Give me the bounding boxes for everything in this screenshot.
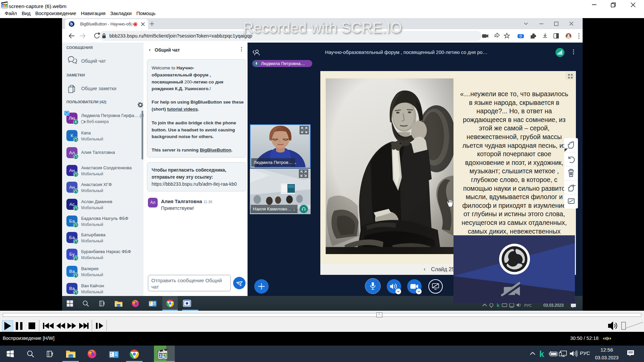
svg-text:РУС: РУС bbox=[524, 303, 532, 307]
svg-text:3: 3 bbox=[159, 353, 162, 358]
svg-text:1: 1 bbox=[6, 4, 7, 7]
svg-text:2: 2 bbox=[4, 4, 5, 7]
svg-text:3: 3 bbox=[2, 4, 4, 7]
